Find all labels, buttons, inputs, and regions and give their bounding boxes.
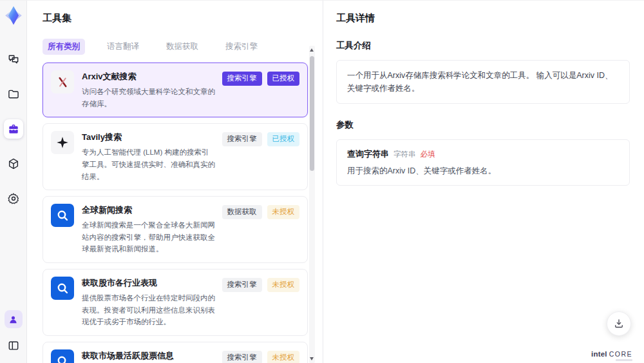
tool-card-active-stocks[interactable]: 获取市场最活跃股票信息 提供当天交易量最高的股票列表，投资者可以利用这些信息来识…	[43, 342, 308, 363]
collapse-panel-icon[interactable]	[4, 336, 23, 355]
tool-card-sector-performance[interactable]: 获取股市各行业表现 提供股票市场各个行业在特定时间段内的表现。投资者可以利用这些…	[43, 269, 308, 336]
category-badge: 搜索引擎	[222, 132, 262, 146]
category-badge: 数据获取	[222, 205, 262, 219]
category-tabs: 所有类别 语言翻译 数据获取 搜索引擎	[43, 39, 323, 55]
tool-description: 提供股票市场各个行业在特定时间段内的表现。投资者可以利用这些信息来识别表现优于或…	[82, 292, 216, 328]
auth-status-badge: 未授权	[267, 278, 300, 292]
settings-gear-icon[interactable]	[4, 189, 23, 208]
tool-name: Tavily搜索	[82, 132, 216, 143]
intro-text: 一个用于从Arxiv存储库搜索科学论文和文章的工具。 输入可以是Arxiv ID…	[347, 69, 619, 95]
tool-description: 全球新闻搜索是一个聚合全球各大新闻网站内容的搜索引擎，帮助用户快速获取全球最新资…	[82, 219, 216, 255]
tool-description: 访问各个研究领域大量科学论文和文章的存储库。	[82, 86, 216, 110]
param-description: 用于搜索的Arxiv ID、关键字或作者姓名。	[347, 166, 619, 177]
tool-name: 全球新闻搜索	[82, 204, 216, 216]
auth-status-badge: 未授权	[267, 351, 300, 363]
intel-badge-underline	[616, 359, 632, 361]
tab-data-acquisition[interactable]: 数据获取	[161, 39, 204, 55]
category-badge: 搜索引擎	[222, 72, 262, 86]
tool-card-arxiv[interactable]: Arxiv文献搜索 访问各个研究领域大量科学论文和文章的存储库。 搜索引擎 已授…	[43, 63, 308, 117]
param-card: 查询字符串 字符串 必填 用于搜索的Arxiv ID、关键字或作者姓名。	[336, 139, 630, 186]
auth-status-badge: 已授权	[267, 72, 300, 86]
download-icon	[613, 318, 625, 329]
search-app-icon	[51, 277, 74, 300]
intel-logo-text: intel	[591, 350, 607, 358]
core-logo-text: core	[609, 350, 632, 358]
tool-badges: 搜索引擎 已授权	[222, 131, 300, 146]
intro-card: 一个用于从Arxiv存储库搜索科学论文和文章的工具。 输入可以是Arxiv ID…	[336, 60, 630, 104]
tavily-star-icon	[51, 131, 74, 154]
icon-rail	[0, 1, 27, 363]
tools-list-panel: 工具集 所有类别 语言翻译 数据获取 搜索引擎 Arxiv文献搜索 访问各个研究…	[27, 1, 323, 363]
category-badge: 搜索引擎	[222, 351, 262, 363]
scroll-down-arrow[interactable]	[310, 357, 314, 360]
app-window: 工具集 所有类别 语言翻译 数据获取 搜索引擎 Arxiv文献搜索 访问各个研究…	[0, 0, 644, 363]
search-app-icon	[51, 204, 74, 227]
auth-status-badge: 已授权	[267, 132, 300, 146]
tool-description: 专为人工智能代理 (LLM) 构建的搜索引擎工具。可快速提供实时、准确和真实的结…	[82, 146, 216, 182]
list-scrollbar[interactable]	[309, 46, 315, 363]
params-heading: 参数	[336, 119, 630, 131]
intro-heading: 工具介绍	[336, 40, 630, 52]
tool-name: 获取股市各行业表现	[82, 277, 216, 289]
tool-detail-panel: 工具详情 工具介绍 一个用于从Arxiv存储库搜索科学论文和文章的工具。 输入可…	[323, 1, 644, 363]
folder-icon[interactable]	[4, 84, 23, 104]
auth-status-badge: 未授权	[267, 205, 300, 219]
package-cube-icon[interactable]	[4, 154, 23, 173]
toolbox-icon[interactable]	[4, 119, 23, 139]
user-avatar-icon[interactable]	[5, 310, 23, 328]
arxiv-logo-icon	[51, 70, 74, 93]
tool-badges: 搜索引擎 已授权	[222, 70, 300, 86]
tool-card-tavily[interactable]: Tavily搜索 专为人工智能代理 (LLM) 构建的搜索引擎工具。可快速提供实…	[43, 123, 308, 190]
download-button[interactable]	[607, 311, 631, 336]
tool-badges: 搜索引擎 未授权	[222, 349, 300, 363]
param-name: 查询字符串	[347, 148, 389, 160]
chat-icon[interactable]	[4, 50, 23, 69]
page-title: 工具集	[43, 12, 323, 25]
tab-language-translation[interactable]: 语言翻译	[102, 39, 144, 55]
param-required-flag: 必填	[421, 150, 435, 159]
tool-badges: 数据获取 未授权	[222, 204, 300, 219]
scroll-up-arrow[interactable]	[310, 48, 314, 52]
rail-bottom	[4, 310, 23, 355]
app-logo-icon	[4, 6, 23, 25]
param-header-row: 查询字符串 字符串 必填	[347, 148, 619, 160]
tool-name: 获取市场最活跃股票信息	[82, 350, 216, 362]
tool-card-global-news[interactable]: 全球新闻搜索 全球新闻搜索是一个聚合全球各大新闻网站内容的搜索引擎，帮助用户快速…	[43, 196, 308, 263]
tool-badges: 搜索引擎 未授权	[222, 277, 300, 292]
scrollbar-thumb[interactable]	[310, 56, 314, 171]
detail-title: 工具详情	[336, 12, 630, 25]
category-badge: 搜索引擎	[222, 278, 262, 292]
param-type: 字符串	[393, 150, 416, 159]
rail-nav	[4, 50, 23, 208]
tab-search-engine[interactable]: 搜索引擎	[220, 39, 263, 55]
intel-core-logo: intel core	[591, 350, 632, 358]
tool-list: Arxiv文献搜索 访问各个研究领域大量科学论文和文章的存储库。 搜索引擎 已授…	[43, 63, 308, 363]
tab-all-categories[interactable]: 所有类别	[43, 39, 85, 55]
tool-name: Arxiv文献搜索	[82, 71, 216, 83]
search-app-icon	[51, 349, 74, 363]
